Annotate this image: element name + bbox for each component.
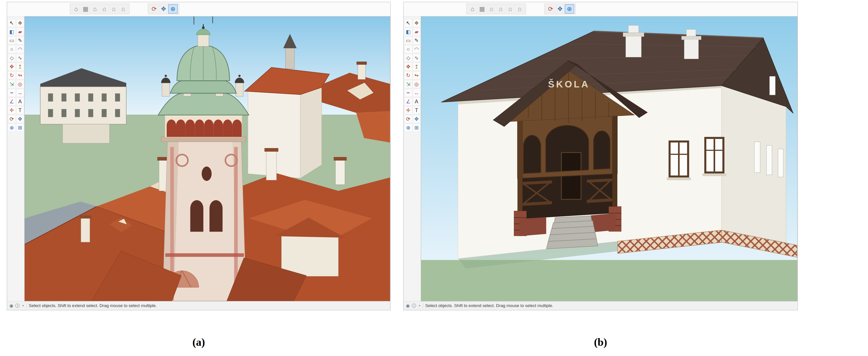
views-toolbar: ⌂▦⌂⌂⌂⌂ bbox=[466, 4, 526, 14]
freehand-icon[interactable]: ∿ bbox=[16, 54, 24, 62]
follow-me-icon[interactable]: ↬ bbox=[16, 71, 24, 79]
arc-icon[interactable]: ◠ bbox=[16, 45, 24, 53]
pan-icon[interactable]: ✥ bbox=[16, 115, 24, 123]
scale-icon[interactable]: ⇲ bbox=[404, 80, 412, 88]
status-separator bbox=[423, 303, 423, 308]
select-icon[interactable]: ↖ bbox=[404, 19, 412, 27]
view-left-icon[interactable]: ⌂ bbox=[119, 5, 127, 13]
orbit-icon[interactable]: ⟳ bbox=[150, 5, 158, 13]
zoom-icon[interactable]: ⊕ bbox=[169, 5, 177, 13]
view-right-icon[interactable]: ⌂ bbox=[497, 5, 505, 13]
freehand-icon[interactable]: ∿ bbox=[413, 54, 421, 62]
pan-icon[interactable]: ✥ bbox=[413, 115, 421, 123]
make-component-icon[interactable]: ❖ bbox=[413, 19, 421, 27]
orbit-icon[interactable]: ⟳ bbox=[546, 5, 555, 13]
line-icon[interactable]: ✎ bbox=[413, 36, 421, 44]
large-tool-set-a: ↖❖◧▰▭✎○◠◇∿✥↥↻↬⇲◎┅↔∠A✛T⟳✥⊕⊞ bbox=[7, 16, 24, 301]
large-tool-set-b: ↖❖◧▰▭✎○◠◇∿✥↥↻↬⇲◎┅↔∠A✛T⟳✥⊕⊞ bbox=[404, 16, 421, 301]
dimension-icon[interactable]: ↔ bbox=[16, 89, 24, 97]
move-icon[interactable]: ✥ bbox=[404, 63, 412, 71]
top-toolbar-b: ⌂▦⌂⌂⌂⌂ ⟳✥⊕ bbox=[404, 2, 798, 16]
view-iso-icon[interactable]: ⌂ bbox=[72, 5, 81, 13]
3d-text-icon[interactable]: T bbox=[413, 106, 421, 114]
main-area-b: ↖❖◧▰▭✎○◠◇∿✥↥↻↬⇲◎┅↔∠A✛T⟳✥⊕⊞ bbox=[404, 16, 798, 301]
rotate-icon[interactable]: ↻ bbox=[404, 71, 412, 79]
view-iso-icon[interactable]: ⌂ bbox=[468, 5, 477, 13]
viewport-b[interactable]: ŠKOLA bbox=[421, 16, 798, 301]
eraser-icon[interactable]: ▰ bbox=[413, 28, 421, 36]
select-icon[interactable]: ↖ bbox=[8, 19, 16, 27]
polygon-icon[interactable]: ◇ bbox=[404, 54, 412, 62]
view-top-icon[interactable]: ▦ bbox=[81, 5, 90, 13]
sketchup-window-a: ⌂▦⌂⌂⌂⌂ ⟳✥⊕ ↖❖◧▰▭✎○◠◇∿✥↥↻↬⇲◎┅↔∠A✛T⟳✥⊕⊞ bbox=[7, 2, 391, 310]
axes-icon[interactable]: ✛ bbox=[404, 106, 412, 114]
zoom-icon[interactable]: ⊕ bbox=[565, 5, 574, 13]
circle-icon[interactable]: ○ bbox=[404, 45, 412, 53]
model-credits-icon[interactable]: ⓘ bbox=[15, 303, 20, 308]
status-icons-a: ◉ⓘ◔ bbox=[9, 303, 24, 308]
scale-icon[interactable]: ⇲ bbox=[8, 80, 16, 88]
arc-icon[interactable]: ◠ bbox=[413, 45, 421, 53]
user-icon[interactable]: ◔ bbox=[21, 303, 24, 308]
viewport-canvas-b[interactable]: ŠKOLA bbox=[421, 16, 797, 301]
view-left-icon[interactable]: ⌂ bbox=[516, 5, 524, 13]
tape-measure-icon[interactable]: ┅ bbox=[404, 89, 412, 97]
viewport-a[interactable] bbox=[24, 16, 390, 301]
rectangle-icon[interactable]: ▭ bbox=[8, 36, 16, 44]
view-front-icon[interactable]: ⌂ bbox=[487, 5, 496, 13]
zoom-extents-icon[interactable]: ⊞ bbox=[16, 124, 24, 132]
axes-icon[interactable]: ✛ bbox=[8, 106, 16, 114]
figure-caption-a: (a) bbox=[7, 336, 391, 348]
circle-icon[interactable]: ○ bbox=[8, 45, 16, 53]
paint-bucket-icon[interactable]: ◧ bbox=[8, 28, 16, 36]
orbit-icon[interactable]: ⟳ bbox=[8, 115, 16, 123]
rectangle-icon[interactable]: ▭ bbox=[404, 36, 412, 44]
geo-location-icon[interactable]: ◉ bbox=[9, 303, 13, 308]
rotate-icon[interactable]: ↻ bbox=[8, 71, 16, 79]
tape-measure-icon[interactable]: ┅ bbox=[8, 89, 16, 97]
status-icons-b: ◉ⓘ◔ bbox=[406, 303, 421, 308]
user-icon[interactable]: ◔ bbox=[418, 303, 421, 308]
offset-icon[interactable]: ◎ bbox=[16, 80, 24, 88]
push-pull-icon[interactable]: ↥ bbox=[413, 63, 421, 71]
orbit-icon[interactable]: ⟳ bbox=[404, 115, 412, 123]
top-toolbar-a: ⌂▦⌂⌂⌂⌂ ⟳✥⊕ bbox=[7, 2, 390, 16]
views-toolbar: ⌂▦⌂⌂⌂⌂ bbox=[70, 4, 129, 14]
sketchup-window-b: ⌂▦⌂⌂⌂⌂ ⟳✥⊕ ↖❖◧▰▭✎○◠◇∿✥↥↻↬⇲◎┅↔∠A✛T⟳✥⊕⊞ bbox=[403, 2, 798, 310]
school-sign-text: ŠKOLA bbox=[548, 79, 590, 90]
protractor-icon[interactable]: ∠ bbox=[8, 98, 16, 106]
dimension-icon[interactable]: ↔ bbox=[413, 89, 421, 97]
zoom-icon[interactable]: ⊕ bbox=[8, 124, 16, 132]
viewport-canvas-a[interactable] bbox=[25, 16, 390, 301]
pan-icon[interactable]: ✥ bbox=[159, 5, 168, 13]
view-top-icon[interactable]: ▦ bbox=[478, 5, 486, 13]
geo-location-icon[interactable]: ◉ bbox=[406, 303, 410, 308]
zoom-extents-icon[interactable]: ⊞ bbox=[413, 124, 421, 132]
view-back-icon[interactable]: ⌂ bbox=[506, 5, 515, 13]
paint-bucket-icon[interactable]: ◧ bbox=[404, 28, 412, 36]
status-text: Select objects. Shift to extend select. … bbox=[29, 303, 157, 308]
status-bar-b: ◉ⓘ◔ Select objects. Shift to extend sele… bbox=[404, 301, 798, 310]
camera-toolbar: ⟳✥⊕ bbox=[544, 4, 576, 14]
polygon-icon[interactable]: ◇ bbox=[8, 54, 16, 62]
move-icon[interactable]: ✥ bbox=[8, 63, 16, 71]
zoom-icon[interactable]: ⊕ bbox=[404, 124, 412, 132]
protractor-icon[interactable]: ∠ bbox=[404, 98, 412, 106]
text-icon[interactable]: A bbox=[16, 98, 24, 106]
text-icon[interactable]: A bbox=[413, 98, 421, 106]
model-credits-icon[interactable]: ⓘ bbox=[411, 303, 416, 308]
eraser-icon[interactable]: ▰ bbox=[16, 28, 24, 36]
line-icon[interactable]: ✎ bbox=[16, 36, 24, 44]
pan-icon[interactable]: ✥ bbox=[556, 5, 564, 13]
offset-icon[interactable]: ◎ bbox=[413, 80, 421, 88]
view-right-icon[interactable]: ⌂ bbox=[100, 5, 108, 13]
push-pull-icon[interactable]: ↥ bbox=[16, 63, 24, 71]
view-front-icon[interactable]: ⌂ bbox=[91, 5, 99, 13]
status-separator bbox=[26, 303, 27, 308]
3d-text-icon[interactable]: T bbox=[16, 106, 24, 114]
follow-me-icon[interactable]: ↬ bbox=[413, 71, 421, 79]
status-bar-a: ◉ⓘ◔ Select objects. Shift to extend sele… bbox=[7, 301, 390, 310]
view-back-icon[interactable]: ⌂ bbox=[110, 5, 118, 13]
make-component-icon[interactable]: ❖ bbox=[16, 19, 24, 27]
status-text: Select objects. Shift to extend select. … bbox=[425, 303, 553, 308]
